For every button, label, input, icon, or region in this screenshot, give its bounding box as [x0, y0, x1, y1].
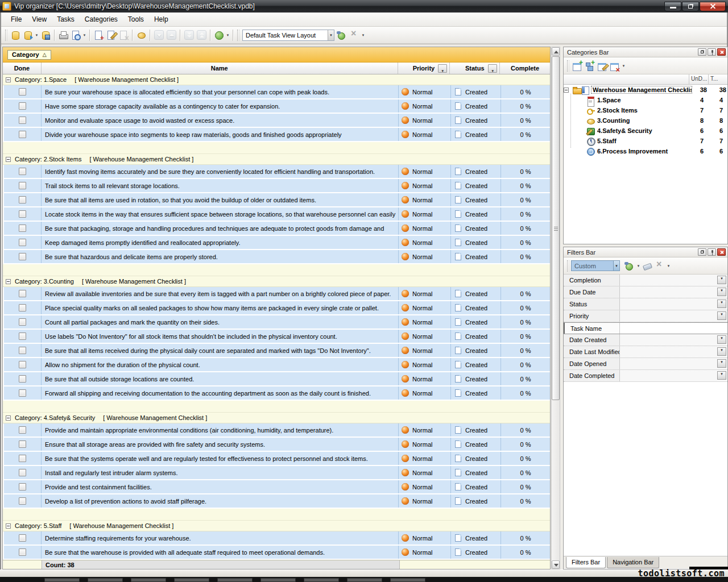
chevron-down-icon[interactable] — [34, 30, 39, 41]
done-checkbox[interactable] — [19, 426, 26, 434]
filter-value[interactable] — [620, 310, 717, 322]
filter-label[interactable]: Date Opened — [564, 358, 620, 369]
category-group-header[interactable]: Category: 1.Space[ Warehouse Management … — [3, 74, 550, 85]
task-row[interactable]: Count all partial packages and mark the … — [3, 315, 550, 329]
filter-label[interactable]: Priority — [564, 310, 620, 322]
task-row[interactable]: Develop a list of prevention actions to … — [3, 494, 550, 508]
edit-category-button[interactable] — [596, 60, 609, 72]
column-header-done[interactable]: Done — [3, 63, 42, 74]
new-task-button[interactable] — [92, 29, 105, 41]
done-checkbox[interactable] — [19, 88, 26, 95]
collapse-icon[interactable] — [564, 88, 569, 93]
task-row[interactable]: Determine staffing requirements for your… — [3, 531, 550, 544]
panel-close-button[interactable] — [717, 248, 726, 256]
chevron-down-icon[interactable] — [717, 311, 726, 320]
task-row[interactable]: Keep damaged items promptly identified a… — [3, 236, 550, 249]
task-row[interactable]: Be sure that all outside storage locatio… — [3, 372, 550, 385]
done-checkbox[interactable] — [19, 304, 26, 311]
filter-value[interactable] — [620, 334, 717, 346]
task-row[interactable]: Place special quality marks on all seale… — [3, 301, 550, 314]
panel-restore-button[interactable] — [698, 48, 706, 56]
menu-view[interactable]: View — [27, 14, 52, 25]
panel-restore-button[interactable] — [698, 248, 706, 256]
delete-task-button[interactable] — [117, 29, 130, 41]
done-checkbox[interactable] — [19, 182, 26, 189]
filter-label[interactable]: Due Date — [564, 286, 620, 298]
menu-categories[interactable]: Categories — [80, 14, 123, 25]
task-row[interactable]: Be sure that the warehouse is provided w… — [3, 546, 550, 559]
chevron-down-icon[interactable] — [225, 30, 230, 41]
column-header-name[interactable]: Name — [42, 63, 398, 74]
task-row[interactable]: Be sure that hazardous and delicate item… — [3, 250, 550, 263]
highlight-button[interactable] — [135, 29, 147, 41]
new-database-button[interactable] — [9, 29, 22, 41]
collapse-icon[interactable] — [6, 279, 11, 284]
done-checkbox[interactable] — [19, 469, 26, 476]
filter-label[interactable]: Completion — [564, 275, 620, 286]
vertical-scrollbar[interactable] — [551, 47, 560, 569]
tab-navigation-bar[interactable]: Navigation Bar — [607, 557, 659, 568]
column-header-status[interactable]: Status — [450, 63, 500, 74]
chevron-down-icon[interactable] — [717, 276, 726, 284]
done-checkbox[interactable] — [19, 210, 26, 218]
task-row[interactable]: Provide and test containment facilities.… — [3, 480, 550, 493]
delete-layout-button[interactable] — [348, 29, 361, 41]
done-checkbox[interactable] — [19, 497, 26, 505]
chevron-down-icon[interactable] — [636, 260, 641, 272]
edit-task-button[interactable] — [105, 29, 117, 41]
group-by-category-chip[interactable]: Category — [7, 50, 51, 60]
chevron-down-icon[interactable] — [717, 300, 726, 308]
task-row[interactable]: Forward all shipping and receiving docum… — [3, 386, 550, 400]
move-bottom-button[interactable] — [183, 29, 195, 41]
chevron-down-icon[interactable] — [717, 359, 726, 368]
delete-filter-button[interactable] — [653, 260, 666, 272]
filter-label[interactable]: Date Completed — [564, 370, 620, 381]
filter-value[interactable] — [620, 358, 717, 369]
filter-label[interactable]: Date Created — [564, 334, 620, 346]
print-button[interactable] — [57, 29, 69, 41]
minimize-button[interactable] — [664, 2, 681, 11]
category-tree-item[interactable]: 3.Counting88 — [564, 115, 727, 126]
restore-button[interactable] — [682, 2, 699, 11]
move-up-button[interactable] — [165, 29, 177, 41]
new-category-button[interactable] — [571, 60, 584, 72]
apply-layout-button[interactable] — [336, 29, 348, 41]
open-database-button[interactable] — [22, 29, 34, 41]
task-row[interactable]: Monitor and evaluate space usage to avoi… — [3, 114, 550, 127]
task-row[interactable]: Be sure that all items received during t… — [3, 344, 550, 357]
done-checkbox[interactable] — [19, 253, 26, 260]
apply-filter-button[interactable] — [623, 260, 636, 272]
chevron-down-icon[interactable] — [666, 260, 671, 272]
category-group-header[interactable]: Category: 2.Stock Items[ Warehouse Manag… — [3, 154, 550, 165]
category-group-header[interactable]: Category: 4.Safety& Security[ Warehouse … — [3, 413, 550, 423]
layout-combobox[interactable]: Default Task View Layout — [242, 30, 334, 41]
collapse-icon[interactable] — [6, 523, 11, 529]
done-checkbox[interactable] — [19, 483, 26, 490]
done-checkbox[interactable] — [19, 225, 26, 232]
scroll-down-icon[interactable] — [552, 560, 560, 569]
column-header-priority[interactable]: Priority — [398, 63, 450, 74]
menu-tools[interactable]: Tools — [123, 14, 149, 25]
task-row[interactable]: Trail stock items to all relevant storag… — [3, 179, 550, 192]
save-database-button[interactable] — [39, 29, 52, 41]
filter-value[interactable] — [620, 370, 717, 381]
done-checkbox[interactable] — [19, 389, 26, 397]
filter-value[interactable] — [620, 346, 717, 357]
priority-filter-dropdown-icon[interactable] — [438, 64, 447, 73]
collapse-icon[interactable] — [6, 77, 11, 82]
done-checkbox[interactable] — [19, 239, 26, 246]
filter-value[interactable] — [620, 298, 717, 310]
category-tree-item[interactable]: Warehouse Management Checklist3838 — [564, 85, 727, 95]
filter-label[interactable]: Date Last Modified — [564, 346, 620, 357]
task-row[interactable]: Allow no shipment for the duration of th… — [3, 358, 550, 371]
chevron-down-icon[interactable] — [82, 30, 87, 41]
task-row[interactable]: Be sure that all items are used in rotat… — [3, 193, 550, 206]
done-checkbox[interactable] — [19, 290, 26, 297]
new-subcategory-button[interactable] — [584, 60, 596, 72]
share-button[interactable] — [213, 29, 225, 41]
done-checkbox[interactable] — [19, 361, 26, 368]
close-button[interactable] — [700, 2, 726, 11]
filter-preset-combobox[interactable]: Custom — [571, 260, 620, 271]
panel-pin-button[interactable] — [708, 48, 716, 56]
done-checkbox[interactable] — [19, 455, 26, 462]
